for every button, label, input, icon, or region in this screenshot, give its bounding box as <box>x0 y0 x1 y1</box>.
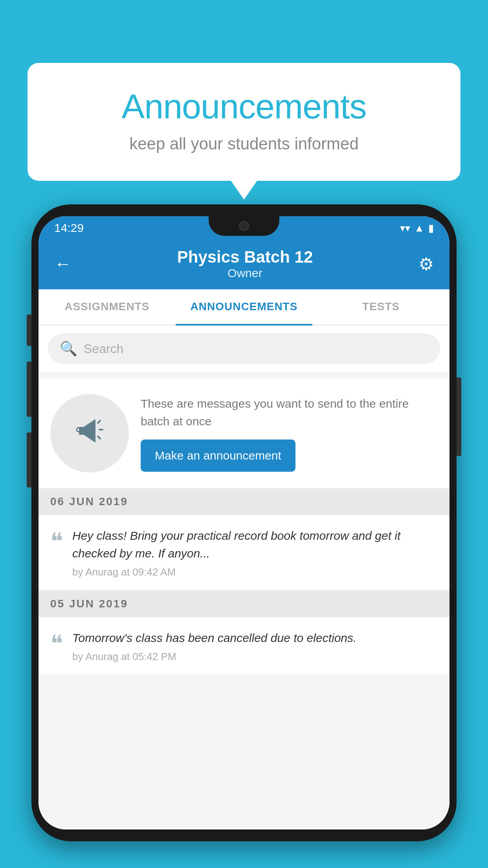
speech-bubble-area: Announcements keep all your students inf… <box>28 63 460 181</box>
phone-button-volume-down <box>27 432 31 487</box>
header-subtitle: Owner <box>177 267 313 280</box>
announcement-item-2[interactable]: ❝ Tomorrow's class has been cancelled du… <box>39 617 449 675</box>
tabs-bar: ASSIGNMENTS ANNOUNCEMENTS TESTS <box>39 289 449 326</box>
phone-notch <box>209 216 279 236</box>
tab-assignments[interactable]: ASSIGNMENTS <box>39 289 176 325</box>
status-time: 14:29 <box>54 221 84 235</box>
svg-line-1 <box>98 421 100 423</box>
announcement-message-2: Tomorrow's class has been cancelled due … <box>72 629 438 647</box>
back-button[interactable]: ← <box>54 254 72 274</box>
phone-screen: 14:29 ▾▾ ▲ ▮ ← Physics Batch 12 Owner ⚙ … <box>39 216 449 829</box>
front-camera <box>239 221 249 231</box>
header-center: Physics Batch 12 Owner <box>177 248 313 280</box>
date-divider-2: 05 JUN 2019 <box>39 590 449 617</box>
bubble-title: Announcements <box>59 86 429 127</box>
phone-button-volume-up <box>27 362 31 417</box>
search-container: 🔍 Search <box>39 326 449 372</box>
app-header: ← Physics Batch 12 Owner ⚙ <box>39 240 449 289</box>
bubble-subtitle: keep all your students informed <box>59 134 429 153</box>
settings-button[interactable]: ⚙ <box>418 254 434 274</box>
search-icon: 🔍 <box>60 340 77 357</box>
announcement-message-1: Hey class! Bring your practical record b… <box>72 527 438 562</box>
announcement-meta-1: by Anurag at 09:42 AM <box>72 566 438 578</box>
status-icons: ▾▾ ▲ ▮ <box>400 222 434 234</box>
phone-button-volume-silent <box>27 314 31 346</box>
tab-announcements[interactable]: ANNOUNCEMENTS <box>176 289 313 326</box>
promo-icon-circle <box>50 394 129 473</box>
megaphone-icon <box>72 412 107 455</box>
announcement-meta-2: by Anurag at 05:42 PM <box>72 651 438 663</box>
tab-tests[interactable]: TESTS <box>312 289 449 325</box>
quote-icon-2: ❝ <box>50 632 63 656</box>
phone-mockup: 14:29 ▾▾ ▲ ▮ ← Physics Batch 12 Owner ⚙ … <box>31 204 457 868</box>
svg-line-3 <box>98 436 100 439</box>
quote-icon-1: ❝ <box>50 530 63 554</box>
phone-outer: 14:29 ▾▾ ▲ ▮ ← Physics Batch 12 Owner ⚙ … <box>31 204 457 841</box>
screen-content: 🔍 Search <box>39 326 449 829</box>
signal-icon: ▲ <box>414 222 424 234</box>
promo-right: These are messages you want to send to t… <box>141 395 438 472</box>
make-announcement-button[interactable]: Make an announcement <box>141 440 295 472</box>
promo-description: These are messages you want to send to t… <box>141 395 438 430</box>
announcement-promo: These are messages you want to send to t… <box>39 378 449 488</box>
search-placeholder-text: Search <box>84 342 123 356</box>
date-divider-1: 06 JUN 2019 <box>39 488 449 515</box>
search-bar[interactable]: 🔍 Search <box>48 333 440 364</box>
phone-button-power <box>457 377 461 456</box>
svg-rect-0 <box>79 427 84 435</box>
announcement-item-1[interactable]: ❝ Hey class! Bring your practical record… <box>39 515 449 590</box>
announcement-text-wrap-1: Hey class! Bring your practical record b… <box>72 527 438 578</box>
speech-bubble: Announcements keep all your students inf… <box>28 63 460 181</box>
battery-icon: ▮ <box>428 222 434 234</box>
announcement-text-wrap-2: Tomorrow's class has been cancelled due … <box>72 629 438 663</box>
wifi-icon: ▾▾ <box>400 222 410 234</box>
header-title: Physics Batch 12 <box>177 248 313 267</box>
